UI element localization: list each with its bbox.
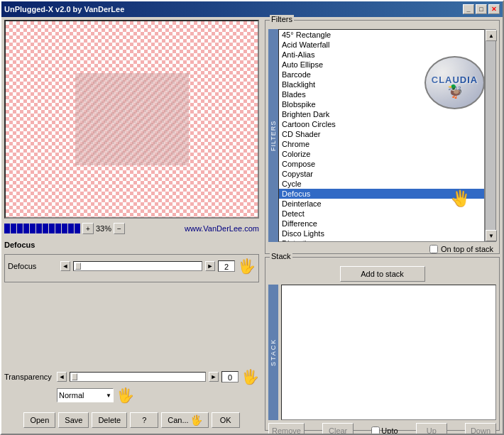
param-slider-right[interactable]: ► [205, 261, 215, 271]
filter-item[interactable]: Anti-Alias [279, 50, 484, 60]
zoom-seg-12 [75, 224, 80, 233]
title-bar-buttons: _ □ ✕ [463, 4, 500, 14]
filter-item[interactable]: 45° Rectangle [279, 30, 484, 40]
spacer [4, 285, 259, 365]
scrollbar-down-button[interactable]: ▼ [486, 230, 497, 241]
filter-item[interactable]: Blades [279, 89, 484, 99]
zoom-seg-1 [4, 224, 10, 233]
remove-button[interactable]: Remove [268, 423, 305, 435]
minimize-button[interactable]: _ [463, 4, 474, 14]
open-button[interactable]: Open [23, 412, 55, 428]
zoom-out-button[interactable]: − [114, 223, 125, 234]
upto-row: Upto [371, 423, 398, 435]
filter-item[interactable]: Copystar [279, 169, 484, 179]
filter-item[interactable]: Cycle [279, 179, 484, 189]
down-button[interactable]: Down [465, 423, 496, 435]
content-area: + 33% − www.VanDerLee.com Defocus Defocu… [1, 17, 503, 434]
scrollbar-up-button[interactable]: ▲ [486, 30, 497, 41]
filters-scrollbar[interactable]: ▲ ▼ [485, 29, 496, 242]
cancel-button[interactable]: Can... 🖐 [161, 412, 208, 428]
ok-button[interactable]: OK [212, 412, 240, 428]
zoom-track [4, 224, 80, 233]
filter-item[interactable]: Chrome [279, 139, 484, 149]
filters-list[interactable]: 45° RectangleAcid WaterfallAnti-AliasAut… [278, 29, 485, 242]
scrollbar-track[interactable] [486, 41, 495, 230]
stack-list[interactable] [281, 285, 496, 420]
stack-group: Stack Add to stack STACK Remove Clear Up… [265, 257, 500, 431]
param-label: Defocus [8, 262, 57, 270]
param-area: Defocus ◄ ► 2 🖐 [4, 254, 259, 282]
zoom-seg-9 [55, 224, 61, 233]
ontop-row: On top of stack [268, 245, 496, 253]
param-value-display: 2 [218, 260, 235, 272]
zoom-seg-11 [68, 224, 74, 233]
filter-item[interactable]: Colorize [279, 149, 484, 159]
transparency-slider-left[interactable]: ◄ [57, 372, 67, 382]
filter-item[interactable]: Difference [279, 219, 484, 228]
action-buttons: Open Save Delete ? Can... 🖐 OK [4, 409, 259, 431]
close-button[interactable]: ✕ [488, 4, 500, 14]
filter-item[interactable]: Detect [279, 209, 484, 219]
hand-cursor-transparency-icon: 🖐 [241, 368, 259, 385]
param-slider-track[interactable] [73, 261, 202, 271]
hand-cursor-cancel-icon: 🖐 [190, 414, 202, 426]
canvas-container [4, 20, 259, 219]
transparency-slider-track[interactable] [70, 372, 206, 382]
transparency-slider-right[interactable]: ► [209, 372, 219, 382]
hand-cursor-slider-icon: 🖐 [238, 258, 256, 275]
zoom-bar: + 33% − www.VanDerLee.com [4, 221, 259, 236]
main-window: UnPlugged-X v2.0 by VanDerLee _ □ ✕ [0, 0, 504, 435]
add-to-stack-button[interactable]: Add to stack [340, 266, 425, 282]
filters-area: FILTERS 45° RectangleAcid WaterfallAnti-… [268, 29, 496, 242]
filters-group-label: Filters [270, 15, 294, 23]
bottom-controls: Transparency ◄ ► 0 🖐 Normal ▼ 🖐 [4, 368, 259, 407]
up-button[interactable]: Up [416, 423, 447, 435]
filter-item[interactable]: Brighten Dark [279, 109, 484, 119]
filter-item[interactable]: Cartoon Circles [279, 119, 484, 129]
zoom-seg-8 [49, 224, 55, 233]
inner-canvas [75, 73, 189, 165]
zoom-in-button[interactable]: + [82, 223, 94, 234]
zoom-seg-5 [30, 224, 35, 233]
active-filter-name: Defocus [4, 241, 35, 249]
filter-item[interactable]: Barcode [279, 70, 484, 79]
help-button[interactable]: ? [130, 412, 158, 428]
window-title: UnPlugged-X v2.0 by VanDerLee [4, 5, 124, 13]
blend-mode-dropdown[interactable]: Normal ▼ [57, 388, 114, 402]
on-top-label: On top of stack [441, 245, 493, 253]
zoom-seg-2 [11, 224, 16, 233]
maximize-button[interactable]: □ [476, 4, 487, 14]
transparency-slider-thumb[interactable] [72, 373, 77, 380]
filter-item[interactable]: Auto Ellipse [279, 60, 484, 70]
blend-mode-value: Normal [59, 391, 84, 400]
upto-checkbox[interactable] [371, 426, 380, 435]
filter-item[interactable]: Blacklight [279, 79, 484, 89]
zoom-seg-10 [62, 224, 67, 233]
filter-item[interactable]: Defocus🖐 [279, 189, 484, 199]
filters-sidebar: FILTERS [268, 29, 278, 242]
stack-buttons: Remove Clear Upto Up Down [268, 423, 496, 435]
title-bar: UnPlugged-X v2.0 by VanDerLee _ □ ✕ [1, 1, 503, 17]
filter-item[interactable]: Blobspike [279, 99, 484, 109]
save-button[interactable]: Save [58, 412, 89, 428]
mode-row: Normal ▼ 🖐 [4, 387, 259, 404]
filter-item[interactable]: Disco Lights [279, 228, 484, 238]
stack-header: Add to stack [268, 266, 496, 282]
delete-button[interactable]: Delete [92, 412, 127, 428]
filter-item[interactable]: Compose [279, 159, 484, 169]
clear-button[interactable]: Clear [322, 423, 354, 435]
param-slider-left[interactable]: ◄ [60, 261, 70, 271]
zoom-percent: 33% [96, 224, 111, 233]
zoom-seg-7 [43, 224, 48, 233]
on-top-checkbox[interactable] [429, 245, 438, 253]
hand-cursor-mode-icon: 🖐 [116, 387, 134, 404]
filter-item[interactable]: Acid Waterfall [279, 40, 484, 50]
filter-item[interactable]: Distortion [279, 238, 484, 242]
stack-content: STACK [268, 285, 496, 420]
transparency-row: Transparency ◄ ► 0 🖐 [4, 368, 259, 385]
filter-item[interactable]: Deinterlace [279, 199, 484, 209]
param-slider-thumb[interactable] [75, 263, 81, 270]
right-panel: Filters FILTERS 45° RectangleAcid Waterf… [262, 17, 503, 434]
transparency-value-display: 0 [221, 371, 239, 382]
filter-item[interactable]: CD Shader [279, 129, 484, 139]
